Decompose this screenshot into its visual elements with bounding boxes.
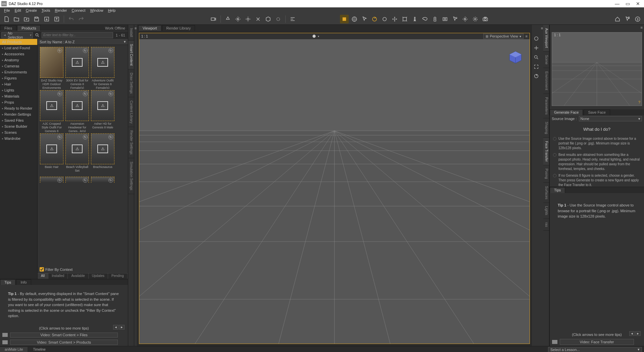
category-ready-to-render[interactable]: ▸Ready to Render — [0, 105, 37, 111]
menu-create[interactable]: Create — [24, 8, 39, 13]
category-scenes[interactable]: ▸Scenes — [0, 129, 37, 135]
picker-icon[interactable] — [451, 15, 459, 23]
question-icon[interactable]: ? — [633, 15, 642, 23]
rotate-alt-icon[interactable] — [380, 15, 389, 23]
merge-file-icon[interactable] — [22, 15, 31, 23]
menu-window[interactable]: Window — [88, 8, 105, 13]
category-props[interactable]: ▸Props — [0, 99, 37, 105]
render-icon[interactable] — [481, 15, 490, 23]
sphere-icon[interactable] — [311, 33, 317, 39]
align-icon[interactable] — [288, 15, 297, 23]
product-item[interactable]: ↻AJC Cropped Style Outfit For Genesis 8 … — [40, 90, 64, 132]
region-tool-icon[interactable] — [431, 15, 439, 23]
import-icon[interactable] — [42, 15, 51, 23]
reset-icon[interactable] — [533, 72, 540, 80]
menu-edit[interactable]: Edit — [13, 8, 23, 13]
dock-tab-surfaces[interactable]: Surfaces — [543, 183, 549, 203]
close-button[interactable]: ✕ — [636, 1, 640, 6]
draw-style-icon[interactable] — [340, 15, 349, 23]
product-item[interactable]: ↻Brachiosaurus — [91, 133, 115, 175]
help-icon[interactable]: ? — [623, 15, 632, 23]
tab-info[interactable]: Info — [16, 279, 31, 285]
primitive-icon[interactable] — [264, 15, 273, 23]
tab-tips-right[interactable]: Tips — [550, 187, 565, 193]
video-smart-content-products-button[interactable]: Video: Smart Content > Products — [10, 340, 118, 345]
source-image-dropdown[interactable]: None▾ — [579, 116, 642, 121]
category-saved-files[interactable]: ▸Saved Files — [0, 117, 37, 123]
home-icon[interactable] — [613, 15, 622, 23]
light-linear-icon[interactable] — [254, 15, 262, 23]
category-lost-and-found[interactable]: ▸Lost and Found — [0, 45, 37, 51]
minimize-button[interactable]: — — [615, 1, 620, 6]
null-icon[interactable] — [274, 15, 283, 23]
tip-prev-button[interactable]: ◄ — [113, 325, 118, 330]
filter-by-context-checkbox[interactable] — [40, 267, 44, 272]
tab-animate-lite[interactable]: aniMate Lite — [0, 347, 28, 352]
lesson-dropdown[interactable]: Select a Lesson...▾ — [548, 347, 642, 352]
tab-files[interactable]: Files — [0, 25, 16, 31]
video-face-transfer-button[interactable]: Video: Face Transfer — [560, 339, 634, 345]
category-lights[interactable]: ▸Lights — [0, 87, 37, 93]
filter-tab-all[interactable]: All — [38, 273, 48, 279]
work-offline-button[interactable]: Work Offline — [102, 25, 128, 31]
menu-tools[interactable]: Tools — [40, 8, 52, 13]
menu-connect[interactable]: Connect — [70, 8, 88, 13]
perspective-icon[interactable] — [350, 15, 359, 23]
select-tool-icon[interactable] — [360, 15, 369, 23]
light-distant-icon[interactable] — [244, 15, 252, 23]
dock-tab-render-settings[interactable]: Render Settings — [128, 127, 134, 158]
selection-dropdown[interactable]: ◄ No Selection ▾ — [1, 32, 33, 38]
dolly-icon[interactable] — [533, 54, 540, 61]
menu-help[interactable]: Help — [106, 8, 118, 13]
filter-input[interactable]: Enter text to filter by... — [42, 32, 113, 38]
menu-file[interactable]: File — [2, 8, 12, 13]
product-item[interactable]: ↻DAZ Studio Iray HDR Outdoor Environment… — [40, 47, 64, 89]
filter-tab-installed[interactable]: Installed — [48, 273, 68, 279]
aux-menu-icon[interactable]: ≡ — [641, 25, 643, 30]
dock-tab-shaping[interactable]: Shaping — [543, 118, 549, 138]
dock-tab-face-transfer[interactable]: Face Transfer — [543, 138, 549, 166]
tab-viewport[interactable]: Viewport — [138, 25, 161, 31]
product-item[interactable]: ↻ — [91, 177, 115, 183]
pose-tool-icon[interactable] — [410, 15, 419, 23]
tab-tips[interactable]: Tips — [0, 279, 15, 285]
product-item[interactable]: ↻ — [40, 177, 64, 183]
pan-icon[interactable] — [533, 44, 540, 52]
viewport[interactable]: 1 : 1 ▾ ⊞ Perspective View ▾ ≡ — [139, 33, 530, 344]
maximize-button[interactable]: ▭ — [626, 1, 630, 6]
spot-render-icon[interactable] — [441, 15, 449, 23]
gear-icon[interactable] — [461, 15, 469, 23]
view-cube[interactable] — [508, 50, 523, 65]
category-render-settings[interactable]: ▸Render-Settings — [0, 111, 37, 117]
translate-tool-icon[interactable] — [390, 15, 399, 23]
tab-products[interactable]: Products — [17, 25, 40, 31]
tip-next-button[interactable]: ► — [119, 325, 125, 330]
frame-icon[interactable] — [533, 63, 540, 70]
undo-icon[interactable] — [67, 15, 76, 23]
category-anatomy[interactable]: ▸Anatomy — [0, 57, 37, 63]
dock-tab-posing[interactable]: Posing — [543, 165, 549, 183]
right-tip-next-button[interactable]: ► — [635, 331, 641, 336]
light-point-icon[interactable] — [234, 15, 242, 23]
new-file-icon[interactable] — [2, 15, 11, 23]
product-item[interactable]: ↻Asher HD for Genesis 8 Male — [91, 90, 115, 132]
product-item[interactable]: ↻300X EV Suit for Genesis 8 Female(s) — [65, 47, 89, 89]
filter-tab-pending[interactable]: Pending — [108, 273, 128, 279]
category-scene-builder[interactable]: ▸Scene Builder — [0, 123, 37, 129]
product-item[interactable]: ↻Basic Hair — [40, 133, 64, 175]
dock-tab-environment[interactable]: Environment — [543, 68, 549, 94]
dock-handle-icon[interactable]: ≡ — [541, 25, 543, 346]
search-icon[interactable] — [34, 32, 40, 38]
sphere-dropdown-icon[interactable]: ▾ — [318, 35, 319, 38]
dock-tab-aux-viewport[interactable]: Aux Viewport — [543, 25, 549, 52]
export-icon[interactable] — [52, 15, 61, 23]
aux-viewport[interactable]: 1 : 1 ? — [552, 32, 642, 106]
tab-generate-face[interactable]: Generate Face — [550, 109, 583, 115]
product-item[interactable]: ↻ — [65, 177, 89, 183]
category-all-products[interactable]: All Products — [0, 39, 37, 45]
scale-tool-icon[interactable] — [400, 15, 409, 23]
save-icon[interactable] — [32, 15, 41, 23]
viewport-menu-icon[interactable]: ≡ — [526, 34, 528, 38]
category-hair[interactable]: ▸Hair — [0, 81, 37, 87]
dock-handle-icon[interactable]: ≡ — [134, 25, 137, 346]
